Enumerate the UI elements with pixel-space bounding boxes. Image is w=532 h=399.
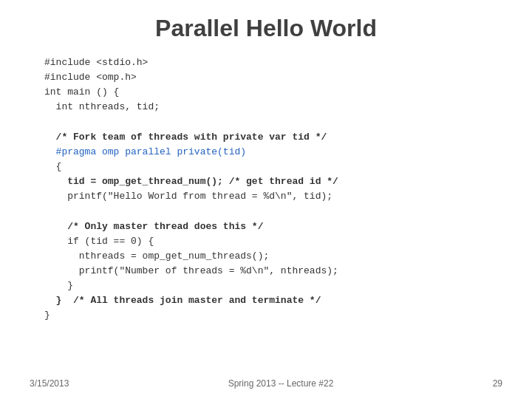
code-line-8: {	[44, 160, 502, 174]
code-line-1: #include <stdio.h>	[44, 55, 502, 70]
slide-title: Parallel Hello World	[30, 15, 502, 42]
footer-center: Spring 2013 -- Lecture #22	[228, 378, 334, 389]
code-line-2: #include <omp.h>	[44, 70, 502, 85]
code-line-17: } /* All threads join master and termina…	[44, 293, 502, 308]
code-line-4: int nthreads, tid;	[44, 100, 502, 115]
code-line-10: printf("Hello World from thread = %d\n",…	[44, 189, 502, 204]
code-line-13: if (tid == 0) {	[44, 234, 502, 249]
code-line-5	[44, 115, 502, 130]
code-block: #include <stdio.h> #include <omp.h> int …	[30, 55, 502, 324]
footer: 3/15/2013 Spring 2013 -- Lecture #22 29	[0, 378, 532, 389]
code-line-6: /* Fork team of threads with private var…	[44, 130, 502, 145]
code-line-16: }	[44, 279, 502, 293]
code-line-11	[44, 204, 502, 219]
code-line-18: }	[44, 308, 502, 323]
code-line-3: int main () {	[44, 85, 502, 100]
footer-page: 29	[493, 378, 502, 389]
slide: Parallel Hello World #include <stdio.h> …	[0, 0, 532, 399]
code-line-12: /* Only master thread does this */	[44, 219, 502, 234]
code-line-9: tid = omp_get_thread_num(); /* get threa…	[44, 174, 502, 189]
code-line-14: nthreads = omp_get_num_threads();	[44, 249, 502, 264]
footer-date: 3/15/2013	[30, 378, 69, 389]
code-line-7: #pragma omp parallel private(tid)	[44, 145, 502, 160]
code-line-15: printf("Number of threads = %d\n", nthre…	[44, 264, 502, 279]
